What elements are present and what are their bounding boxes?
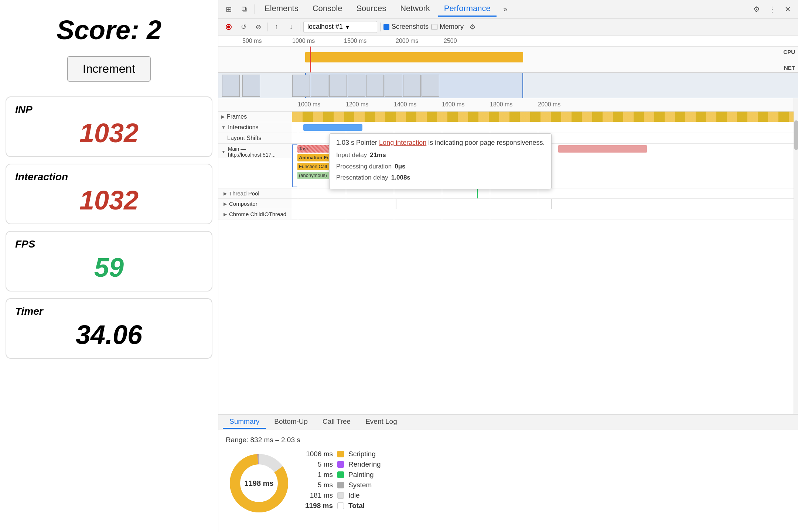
interactions-chevron: ▼ xyxy=(221,125,226,130)
timer-card: Timer 34.06 xyxy=(6,298,212,359)
legend-total-dot xyxy=(337,502,344,509)
tooltip-input-delay-value: 21ms xyxy=(370,150,386,161)
tab-summary[interactable]: Summary xyxy=(223,415,266,429)
interaction-bar-1[interactable] xyxy=(303,124,362,131)
tab-performance[interactable]: Performance xyxy=(438,1,497,17)
timeline-tracks[interactable]: ▶ Frames ▼ Interactions xyxy=(218,112,794,414)
download-button[interactable]: ↓ xyxy=(285,21,297,33)
tab-separator-1 xyxy=(255,4,255,14)
thread-pool-marker xyxy=(477,188,478,198)
bottom-content: Range: 832 ms – 2.03 s xyxy=(218,430,798,532)
devtools-undock-icon[interactable]: ⧉ xyxy=(238,3,251,16)
tooltip-processing-value: 0μs xyxy=(395,161,405,173)
legend-rendering-name: Rendering xyxy=(348,460,381,468)
tab-network[interactable]: Network xyxy=(394,1,436,17)
legend-table: 1006 ms Scripting 5 ms Rendering 1 ms Pa… xyxy=(303,450,381,510)
clear-button[interactable]: ⊘ xyxy=(252,21,264,33)
more-settings-icon[interactable]: ⚙ xyxy=(467,21,478,33)
screenshot-thumb-6 xyxy=(348,75,365,97)
layout-shifts-label[interactable]: Layout Shifts xyxy=(218,133,292,143)
overview-timeline[interactable]: 500 ms 1000 ms 1500 ms 2000 ms 2500 CPU … xyxy=(218,35,798,98)
header-tick-2000: 2000 ms xyxy=(538,101,560,108)
tab-console[interactable]: Console xyxy=(307,1,348,17)
screenshots-checkbox-checked xyxy=(383,24,389,30)
legend-row-painting: 1 ms Painting xyxy=(303,471,381,479)
screenshots-label: Screenshots xyxy=(392,23,429,31)
tooltip-suffix-text: is indicating poor page responsiveness. xyxy=(428,139,545,146)
layout-shifts-label-text: Layout Shifts xyxy=(227,135,262,141)
child-io-label[interactable]: ▶ Chrome ChildIOThread xyxy=(218,209,292,219)
scrollbar-thumb[interactable] xyxy=(794,120,798,150)
more-options-icon[interactable]: ⋮ xyxy=(765,3,779,16)
interactions-track-content[interactable]: 1.03 s Pointer Long interaction is indic… xyxy=(292,122,794,133)
screenshots-checkbox[interactable]: Screenshots xyxy=(383,23,429,31)
legend-total-name: Total xyxy=(348,502,365,510)
legend-row-total: 1198 ms Total xyxy=(303,502,381,510)
function-call-label: Function Call xyxy=(297,164,327,169)
cpu-yellow-bar xyxy=(305,52,523,62)
more-tabs-icon[interactable]: » xyxy=(499,3,512,16)
timeline-main: 1000 ms 1200 ms 1400 ms 1600 ms 1800 ms … xyxy=(218,98,794,414)
target-select[interactable]: localhost #1 ▾ xyxy=(303,21,377,33)
donut-chart: 1198 ms xyxy=(226,450,292,516)
thread-pool-label[interactable]: ▶ Thread Pool xyxy=(218,188,292,198)
target-label: localhost #1 xyxy=(307,23,343,31)
child-io-chevron: ▶ xyxy=(224,212,227,217)
memory-checkbox[interactable]: Memory xyxy=(432,23,464,31)
header-tick-1200: 1200 ms xyxy=(346,101,368,108)
tick-1000ms: 1000 ms xyxy=(292,38,315,44)
screenshot-thumb-1 xyxy=(222,75,240,97)
tick-2000ms: 2000 ms xyxy=(396,38,418,44)
tooltip-presentation: Presentation delay 1.008s xyxy=(336,172,545,184)
legend-idle-value: 181 ms xyxy=(303,491,333,499)
tooltip-input-delay: Input delay 21ms xyxy=(336,150,545,161)
child-io-thread-row: ▶ Chrome ChildIOThread xyxy=(218,209,794,219)
screenshot-thumb-7 xyxy=(366,75,384,97)
timeline-scrollbar[interactable] xyxy=(794,98,798,414)
close-icon[interactable]: ✕ xyxy=(781,3,794,16)
main-thread-chevron: ▼ xyxy=(221,149,226,154)
compositor-chevron: ▶ xyxy=(224,201,227,207)
record-button[interactable] xyxy=(223,21,235,33)
tab-call-tree[interactable]: Call Tree xyxy=(316,415,357,429)
screenshot-thumb-4 xyxy=(311,75,328,97)
net-label: NET xyxy=(784,65,795,71)
interaction-label: Interaction xyxy=(15,171,203,183)
frames-track-row: ▶ Frames xyxy=(218,112,794,122)
increment-button[interactable]: Increment xyxy=(67,56,151,82)
settings-icon[interactable]: ⚙ xyxy=(750,3,763,16)
tab-bottom-up[interactable]: Bottom-Up xyxy=(267,415,314,429)
tab-sources[interactable]: Sources xyxy=(350,1,392,17)
task-bar-extra xyxy=(558,145,647,153)
svg-point-1 xyxy=(227,25,230,28)
upload-button[interactable]: ↑ xyxy=(270,21,282,33)
devtools-panel: ⊞ ⧉ Elements Console Sources Network Per… xyxy=(218,0,798,532)
tooltip-link[interactable]: Long interaction xyxy=(379,139,426,146)
left-panel: Score: 2 Increment INP 1032 Interaction … xyxy=(0,0,218,532)
devtools-dock-icon[interactable]: ⊞ xyxy=(222,3,235,16)
interaction-value: 1032 xyxy=(15,185,203,215)
interactions-label-text: Interactions xyxy=(228,124,259,131)
devtools-topbar: ⊞ ⧉ Elements Console Sources Network Per… xyxy=(218,0,798,18)
reload-record-button[interactable]: ↺ xyxy=(238,21,249,33)
tab-elements[interactable]: Elements xyxy=(259,1,304,17)
tooltip-type: Pointer xyxy=(356,139,379,146)
tooltip-presentation-label: Presentation delay xyxy=(336,172,388,184)
main-thread-label[interactable]: ▼ Main — http://localhost:517... xyxy=(218,144,292,158)
frames-track-label[interactable]: ▶ Frames xyxy=(218,112,292,122)
header-tick-1800: 1800 ms xyxy=(490,101,512,108)
legend-scripting-name: Scripting xyxy=(348,450,376,458)
tick-1500ms: 1500 ms xyxy=(344,38,366,44)
memory-checkbox-empty xyxy=(432,24,437,30)
tooltip-processing: Processing duration 0μs xyxy=(336,161,545,173)
fps-value: 59 xyxy=(15,252,203,283)
compositor-marker-2 xyxy=(551,199,552,209)
compositor-marker-1 xyxy=(396,199,396,209)
toolbar-sep-1 xyxy=(267,23,267,31)
thread-pool-chevron: ▶ xyxy=(224,191,227,196)
interactions-track-label[interactable]: ▼ Interactions xyxy=(218,122,292,133)
legend-row-rendering: 5 ms Rendering xyxy=(303,460,381,468)
score-title: Score: 2 xyxy=(57,15,161,45)
compositor-label[interactable]: ▶ Compositor xyxy=(218,199,292,209)
tab-event-log[interactable]: Event Log xyxy=(359,415,404,429)
